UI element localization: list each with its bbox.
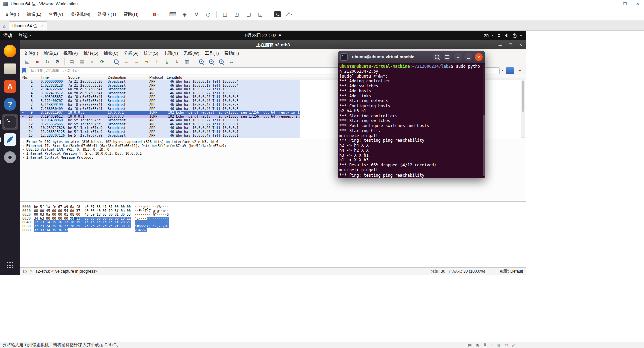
filter-add-button[interactable]: ＋ xyxy=(516,67,524,74)
files-dock-item[interactable] xyxy=(2,61,18,77)
profile-text[interactable]: 配置: Default xyxy=(500,269,523,274)
packet-list-scrollbar[interactable] xyxy=(521,80,525,138)
dvd-dock-item[interactable] xyxy=(2,149,18,165)
message-status-icon[interactable]: ✉ xyxy=(504,343,508,347)
capture-options-icon[interactable]: ⚙ xyxy=(53,58,62,65)
wireshark-menu-item[interactable]: 统计(S) xyxy=(141,50,161,56)
vmware-restore-button[interactable]: ❐ xyxy=(619,0,631,8)
go-last-icon[interactable]: ⤓ xyxy=(162,58,171,65)
column-header-protocol[interactable]: Protocol xyxy=(149,75,163,80)
terminal-close-button[interactable]: × xyxy=(475,53,483,61)
colorize-icon[interactable]: ▥ xyxy=(182,58,192,65)
wireshark-maximize-button[interactable]: ❐ xyxy=(505,40,516,49)
wireshark-menu-item[interactable]: 无线(W) xyxy=(181,50,202,56)
hex-row[interactable]: 003034 63 00 00 00 00 d4 13 08 00 00 00 … xyxy=(20,217,526,221)
input-method-indicator[interactable]: zh xyxy=(484,33,489,38)
hex-row[interactable]: 001008 00 45 00 00 54 0d 37 40 00 40 01 … xyxy=(20,209,526,213)
go-forward-icon[interactable]: → xyxy=(132,58,141,65)
find-packet-icon[interactable] xyxy=(112,58,121,65)
packet-row[interactable]: 54.0959658376a:f8:c0:07:66:41BroadcastAR… xyxy=(20,95,300,99)
wireshark-titlebar[interactable]: 正在捕获 s2-eth3 —❐✕ xyxy=(20,40,526,49)
column-header-no[interactable]: No. xyxy=(22,75,28,80)
scrollbar-handle[interactable] xyxy=(483,115,485,176)
show-applications-button[interactable] xyxy=(7,262,13,269)
packet-row[interactable]: 10.0000000007a:21:1e:b6:c3:26BroadcastAR… xyxy=(20,80,300,84)
wireshark-menu-item[interactable]: 电话(Y) xyxy=(161,50,181,56)
go-back-icon[interactable]: ← xyxy=(122,58,131,65)
vmware-menu-item[interactable]: 选项卡(T) xyxy=(94,8,120,20)
console-view-icon[interactable]: >_ xyxy=(272,10,282,19)
terminal-minimize-button[interactable]: – xyxy=(454,53,462,61)
expand-arrow-icon[interactable]: ▸ xyxy=(23,144,25,147)
wireshark-menu-item[interactable]: 分析(A) xyxy=(121,50,141,56)
zoom-out-icon[interactable]: − xyxy=(207,58,216,65)
wireshark-minimize-button[interactable]: — xyxy=(495,40,505,49)
firefox-dock-item[interactable] xyxy=(2,43,18,59)
terminal-dock-item[interactable] xyxy=(2,114,18,130)
fit-guest-icon[interactable]: ▢ xyxy=(244,10,254,19)
capture-comment-icon[interactable]: ✎ xyxy=(30,269,33,274)
manage-snapshots-icon[interactable]: ◷ xyxy=(203,10,213,19)
terminal-titlebar[interactable]: ubuntu@ubuntu-virtual-machin... – × xyxy=(338,51,485,63)
scrollbar-handle[interactable] xyxy=(522,81,524,112)
hex-row[interactable]: 006032 33 34 35 36 37234567 xyxy=(20,228,526,232)
wireshark-menu-item[interactable]: 视图(V) xyxy=(61,50,80,56)
filter-apply-button[interactable]: → xyxy=(506,67,514,74)
send-ctrl-alt-del-icon[interactable]: ⌨ xyxy=(168,10,178,19)
terminal-search-button[interactable] xyxy=(433,53,441,61)
vmware-menu-item[interactable]: 帮助(H) xyxy=(120,8,142,20)
wireshark-close-button[interactable]: ✕ xyxy=(516,40,526,49)
go-first-icon[interactable]: ⤒ xyxy=(152,58,161,65)
packet-row[interactable]: →98.19381190710.0.0.310.0.0.1ICMP102Echo… xyxy=(20,111,300,115)
column-header-info[interactable]: Info xyxy=(176,75,182,80)
column-header-length[interactable]: Length xyxy=(167,75,174,80)
stop-capture-icon[interactable]: ■ xyxy=(33,58,42,65)
filter-dropdown-caret-icon[interactable] xyxy=(502,70,504,71)
wireshark-menu-item[interactable]: 跳转(G) xyxy=(80,50,101,56)
app-menu-button[interactable]: 终端 xyxy=(15,31,35,40)
clock-button[interactable]: 9月28日 22：02 xyxy=(245,32,281,39)
exit-fullscreen-icon[interactable]: ⤢ xyxy=(512,343,515,347)
sound-status-icon[interactable]: ♪ xyxy=(491,343,493,347)
hdd-status-icon[interactable]: ▤ xyxy=(468,343,472,347)
capture-file-properties-icon[interactable] xyxy=(23,270,27,273)
wireshark-menu-item[interactable]: 文件(F) xyxy=(21,50,41,56)
zoom-in-icon[interactable]: + xyxy=(197,58,206,65)
vmware-close-button[interactable]: ✕ xyxy=(631,0,644,8)
revert-snapshot-icon[interactable]: ↺ xyxy=(191,10,201,19)
packet-row[interactable]: 1310.239717828be:5f:1a:fe:67:a9Broadcast… xyxy=(20,126,300,130)
column-header-destination[interactable]: Destination xyxy=(108,75,126,80)
fullscreen-icon[interactable]: ⤢ xyxy=(284,10,294,19)
tab-close-icon[interactable]: × xyxy=(41,24,44,28)
packet-row[interactable]: 1512.288307126be:5f:1a:fe:67:a9Broadcast… xyxy=(20,134,300,138)
usb-status-icon[interactable]: ▥ xyxy=(497,343,500,347)
expand-arrow-icon[interactable]: ▸ xyxy=(23,140,25,143)
home-tab-icon[interactable]: ⌂ xyxy=(0,24,9,29)
vmware-minimize-button[interactable]: — xyxy=(606,0,619,8)
packet-row[interactable]: 65.1214007076a:f8:c0:07:66:41BroadcastAR… xyxy=(20,99,300,103)
vmware-menu-item[interactable]: 查看(V) xyxy=(45,8,67,20)
packet-row[interactable]: 1411.266315125be:5f:1a:fe:67:a9Broadcast… xyxy=(20,130,300,134)
resize-columns-icon[interactable]: ↔ xyxy=(227,58,236,65)
show-library-icon[interactable]: ◫ xyxy=(220,10,230,19)
cdrom-status-icon[interactable]: ◉ xyxy=(476,343,479,347)
terminal-scrollbar[interactable] xyxy=(483,64,485,176)
hex-row[interactable]: 005022 23 24 25 26 27 28 29 2a 2b 2c 2d … xyxy=(20,224,526,228)
packet-row[interactable]: 129.215652665be:5f:1a:fe:67:a9BroadcastA… xyxy=(20,122,300,126)
column-header-source[interactable]: Source xyxy=(68,75,80,80)
autoscroll-icon[interactable]: ↧ xyxy=(172,58,181,65)
start-capture-icon[interactable]: ◣ xyxy=(22,58,32,65)
reload-icon[interactable]: ⟳ xyxy=(97,58,107,65)
terminal-menu-button[interactable] xyxy=(443,53,451,61)
fit-window-icon[interactable]: ◱ xyxy=(255,10,265,19)
vmware-menu-item[interactable]: 编辑(E) xyxy=(23,8,45,20)
expand-arrow-icon[interactable]: ▸ xyxy=(23,152,25,155)
network-status-icon[interactable]: ⇅ xyxy=(483,343,487,347)
vmware-menu-item[interactable]: 虚拟机(M) xyxy=(67,8,94,20)
packet-row[interactable]: ←108.19403961210.0.0.110.0.0.3ICMP102Ech… xyxy=(20,115,300,119)
packet-row[interactable]: 76.1438991996a:f8:c0:07:66:41BroadcastAR… xyxy=(20,103,300,107)
zoom-original-icon[interactable]: 1 xyxy=(217,58,226,65)
expand-arrow-icon[interactable]: ▸ xyxy=(23,156,25,159)
hex-row[interactable]: 0000be 5f 1a fe 67 a9 6a f8 c0 07 66 41 … xyxy=(20,205,526,209)
go-to-packet-icon[interactable]: ⇒ xyxy=(142,58,151,65)
